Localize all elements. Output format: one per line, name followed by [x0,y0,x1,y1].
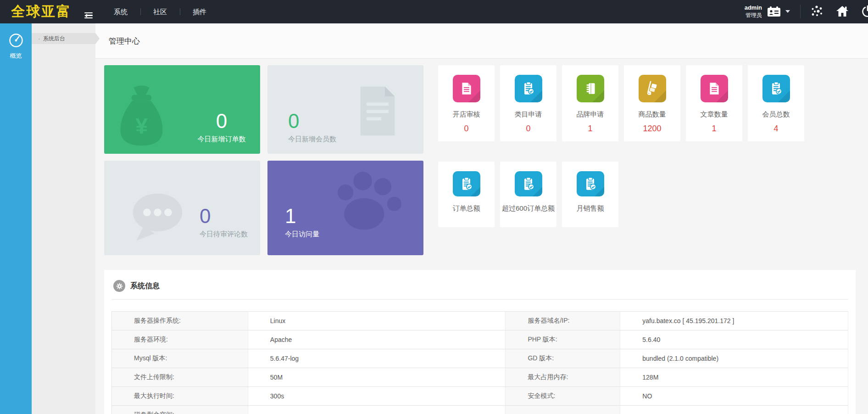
brand-logo[interactable]: 全球亚富 [11,2,72,21]
nav-item-plugins[interactable]: 插件 [180,0,219,23]
shortcut-label: 商品数量 [639,110,666,119]
info-value: yafu.batex.co [ 45.195.201.172 ] [620,312,848,330]
power-icon[interactable] [861,5,868,18]
stat-label: 今日待审评论数 [200,230,248,239]
info-value: NO [620,387,848,406]
shortcut-value: 4 [773,124,778,134]
info-label: 文件上传限制: [112,368,248,387]
shortcut-card-goods-count[interactable]: 商品数量 1200 [624,65,680,141]
shortcut-card-article-count[interactable]: 文章数量 1 [686,65,742,141]
document-icon [453,75,480,102]
shortcut-label: 类目申请 [515,110,542,119]
info-label: 最大占用内存: [506,368,620,387]
info-value: Linux [248,312,506,330]
chevron-down-icon[interactable] [785,10,790,15]
gauge-icon [7,32,25,49]
shortcut-value: 0 [464,124,468,134]
user-role: 管理员 [745,12,762,19]
info-value [248,406,506,414]
info-value: 128M [620,368,848,387]
shortcut-label: 订单总额 [453,204,480,213]
stat-value: 1 [285,206,319,227]
shortcut-card-category-apply[interactable]: 类目申请 0 [500,65,556,141]
clipboard-check-icon [453,171,480,196]
main-content: 管理中心 ¥ 0 [95,23,868,414]
table-row: Mysql 版本: 5.6.47-log GD 版本: bundled (2.1… [112,349,848,368]
info-value: bundled (2.1.0 compatible) [620,349,848,368]
info-label: PHP 版本: [506,330,620,349]
shortcut-value: 1200 [643,124,661,134]
panel-title: 系统信息 [130,281,160,291]
document-icon [356,84,400,138]
admin-dashboard-page: 全球亚富 系统 社区 插件 admin 管理员 [0,0,868,414]
submenu-item-label: 系统后台 [43,35,65,43]
notebook-icon [577,75,604,102]
info-value: 5.6.47-log [248,349,506,368]
info-label: 服务器环境: [112,330,248,349]
shortcut-label: 月销售额 [577,204,604,213]
clipboard-check-icon [577,171,604,196]
stat-label: 今日新增订单数 [195,135,248,144]
table-row: 服务器环境: Apache PHP 版本: 5.6.40 [112,330,848,349]
info-value: 50M [248,368,506,387]
stat-tiles: ¥ 0 今日新增订单数 [104,65,423,255]
info-label [506,406,620,414]
topbar-divider [800,5,801,18]
table-row: 磁盘剩余空间: [112,406,848,414]
sidebar-collapse-icon[interactable] [83,12,93,19]
stat-tile-new-members: 0 今日新增会员数 [267,65,423,154]
shortcut-card-member-total[interactable]: 会员总数 4 [748,65,804,141]
shortcut-value: 0 [526,124,530,134]
shortcut-value: 1 [588,124,592,134]
shortcut-label: 开店审核 [453,110,480,119]
shortcut-label: 超过600订单总额 [502,204,555,213]
shortcut-card-brand-apply[interactable]: 品牌申请 1 [562,65,618,141]
clipboard-check-icon [762,75,790,102]
stat-label: 今日新增会员数 [288,135,336,144]
info-label: 最大执行时间: [112,387,248,406]
clipboard-check-icon [515,75,542,102]
share-network-icon[interactable] [811,5,823,18]
page-body: 概览 · 系统后台 管理中心 [0,23,868,414]
stat-label: 今日访问量 [285,230,319,239]
topbar-right: admin 管理员 [745,4,868,19]
document-icon [701,75,728,102]
stat-tile-today-visits: 1 今日访问量 [267,161,423,255]
nav-item-system[interactable]: 系统 [101,0,140,23]
info-value: 5.6.40 [620,330,848,349]
info-label: Mysql 版本: [112,349,248,368]
sidebar-item-overview[interactable]: 概览 [0,23,32,60]
home-icon[interactable] [835,5,849,18]
shortcut-label: 会员总数 [762,110,790,119]
system-info-table: 服务器操作系统: Linux 服务器域名/IP: yafu.batex.co [… [111,311,848,414]
gear-icon [113,280,125,292]
system-info-panel: 系统信息 服务器操作系统: Linux 服务器域名/IP: yafu.batex… [104,270,856,414]
shortcut-card-order-total[interactable]: 订单总额 [438,162,495,227]
main-nav: 系统 社区 插件 [101,0,219,23]
shortcut-label: 品牌申请 [577,110,604,119]
shortcut-value: 1 [712,124,716,134]
shortcut-card-monthly-sales[interactable]: 月销售额 [562,162,618,227]
submenu-panel: · 系统后台 [32,23,95,414]
trolley-icon [639,75,666,102]
shortcut-cards: 开店审核 0 类目申请 0 品牌申请 1 [438,65,804,255]
svg-text:¥: ¥ [135,113,148,138]
panel-header: 系统信息 [111,280,848,300]
info-label: 服务器操作系统: [112,312,248,330]
shortcut-card-over600-order-total[interactable]: 超过600订单总额 [500,162,556,227]
title-bar: 管理中心 [95,23,868,59]
info-label: 安全模式: [506,387,620,406]
table-row: 文件上传限制: 50M 最大占用内存: 128M [112,368,848,387]
user-info[interactable]: admin 管理员 [745,4,762,19]
submenu-item-system-backend[interactable]: · 系统后台 [32,33,95,44]
paw-icon [333,169,401,233]
id-card-icon[interactable] [767,6,781,17]
user-name: admin [745,4,762,12]
shortcut-card-shop-audit[interactable]: 开店审核 0 [438,65,495,141]
sidebar-item-label: 概览 [10,52,22,60]
sidebar: 概览 [0,23,32,414]
nav-item-community[interactable]: 社区 [140,0,180,23]
info-value [620,406,848,414]
stat-value: 0 [288,111,336,132]
money-bag-icon: ¥ [115,85,168,148]
